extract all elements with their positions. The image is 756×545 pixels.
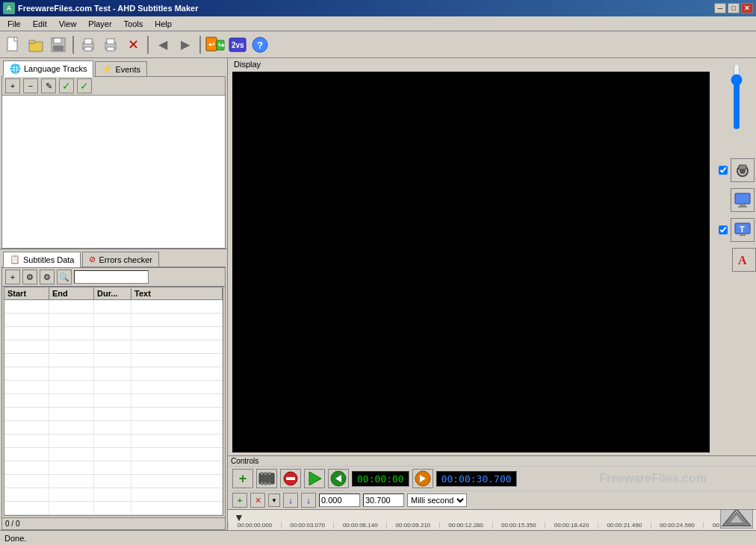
sub-add-button[interactable]: + (5, 270, 20, 284)
lang-add-button[interactable]: + (5, 78, 20, 93)
table-row[interactable] (4, 408, 223, 421)
lang-check2-button[interactable]: ✓ (77, 78, 92, 93)
volume-slider[interactable] (729, 63, 744, 130)
table-row[interactable] (4, 314, 223, 327)
svg-rect-34 (261, 482, 263, 485)
video-display (232, 72, 710, 452)
table-row[interactable] (4, 421, 223, 435)
menu-edit[interactable]: Edit (27, 18, 53, 30)
table-row[interactable] (4, 448, 223, 461)
menu-tools[interactable]: Tools (118, 18, 149, 30)
table-body (4, 300, 223, 515)
close-button[interactable]: ✕ (741, 3, 753, 13)
menu-player[interactable]: Player (82, 18, 117, 30)
menu-help[interactable]: Help (149, 18, 178, 30)
sub-gear-button[interactable]: ⚙ (22, 270, 37, 284)
table-row[interactable] (4, 488, 223, 502)
status-text: Done. (4, 534, 26, 543)
lang-edit-button[interactable]: ✎ (41, 78, 56, 93)
text-checkbox[interactable] (719, 225, 728, 234)
unit-select[interactable]: Milli second Frame Second (407, 493, 467, 507)
down-arrow-btn-1[interactable]: ↓ (283, 493, 298, 508)
start-time-input[interactable] (319, 493, 360, 507)
minimize-button[interactable]: ─ (714, 3, 726, 13)
table-row[interactable] (4, 461, 223, 475)
end-time-input[interactable] (363, 493, 404, 507)
stop-button[interactable] (280, 469, 301, 488)
table-row[interactable] (4, 435, 223, 448)
lang-check-button[interactable]: ✓ (59, 78, 74, 93)
language-tracks-panel: + − ✎ ✓ ✓ (1, 76, 226, 249)
col-end: End (49, 287, 94, 299)
table-row[interactable] (4, 381, 223, 394)
sub-add-ctrl-button[interactable]: + (232, 493, 247, 508)
svg-rect-2 (29, 40, 35, 43)
svg-rect-33 (268, 472, 270, 475)
monitor-button[interactable] (731, 188, 755, 212)
svg-rect-22 (739, 165, 746, 169)
fast-forward-button[interactable] (412, 469, 433, 488)
rewind-button[interactable] (328, 469, 349, 488)
svg-rect-8 (84, 47, 92, 51)
record-button[interactable]: 2vs (227, 34, 248, 55)
print-button[interactable] (78, 34, 99, 55)
add-frame-button[interactable]: + (232, 469, 253, 488)
back-button[interactable]: ◀ (152, 34, 173, 55)
timeline-bar[interactable]: ▼ 00:00:00.000 00:00:03.070 00:00:06.140… (228, 509, 756, 530)
svg-rect-5 (53, 46, 63, 51)
tab-language-tracks[interactable]: 🌐 Language Tracks (3, 60, 93, 77)
new-button[interactable] (3, 34, 24, 55)
text-control-row: T (719, 218, 755, 242)
film-button[interactable] (256, 469, 277, 488)
svg-rect-28 (740, 234, 746, 236)
menu-file[interactable]: File (1, 18, 27, 30)
svg-marker-39 (309, 472, 321, 485)
import-button[interactable]: ↩ ↪ (205, 34, 226, 55)
svg-text:?: ? (257, 40, 263, 51)
save-button[interactable] (48, 34, 69, 55)
sub-delete-ctrl-button[interactable]: ✕ (250, 493, 265, 508)
down-arrow-btn-2[interactable]: ↓ (301, 493, 316, 508)
tab-events[interactable]: ⚡ Events (95, 61, 147, 76)
table-row[interactable] (4, 340, 223, 354)
text-overlay-button[interactable]: T (731, 218, 755, 242)
table-row[interactable] (4, 394, 223, 408)
open-button[interactable] (25, 34, 46, 55)
events-tab-label: Events (115, 65, 140, 74)
table-row[interactable] (4, 475, 223, 488)
svg-rect-24 (740, 204, 746, 206)
timeline-tick-5: 00:00:15.350 (492, 522, 545, 529)
play-button[interactable] (304, 469, 325, 488)
sub-gear2-button[interactable]: ⚙ (40, 270, 55, 284)
language-toolbar: + − ✎ ✓ ✓ (2, 77, 225, 96)
lang-delete-button[interactable]: − (23, 78, 38, 93)
forward-button[interactable]: ▶ (175, 34, 196, 55)
delete-button[interactable]: ✕ (123, 34, 143, 55)
dropdown-button-1[interactable]: ▼ (268, 493, 280, 507)
font-button[interactable]: A (732, 248, 756, 272)
print2-button[interactable] (100, 34, 121, 55)
subtitles-count: 0 / 0 (2, 517, 225, 529)
camera-button[interactable] (731, 158, 755, 182)
tab-subtitles-data[interactable]: 📋 Subtitles Data (3, 252, 81, 267)
main-layout: 🌐 Language Tracks ⚡ Events + − ✎ ✓ ✓ (0, 58, 756, 530)
toolbar-separator-1 (72, 36, 74, 54)
tab-errors-checker[interactable]: ⊘ Errors checker (82, 252, 159, 267)
table-row[interactable] (4, 367, 223, 381)
restore-button[interactable]: □ (728, 3, 740, 13)
svg-rect-10 (107, 39, 114, 44)
help-button[interactable]: ? (250, 34, 270, 55)
sub-search-button[interactable]: 🔍 (57, 270, 72, 284)
table-row[interactable] (4, 502, 223, 515)
col-text: Text (131, 287, 223, 299)
table-row[interactable] (4, 300, 223, 314)
search-input[interactable] (74, 270, 149, 284)
table-row[interactable] (4, 327, 223, 340)
timeline-tick-4: 00:00:12.280 (439, 522, 492, 529)
language-tracks-content (2, 96, 225, 248)
menu-view[interactable]: View (53, 18, 83, 30)
current-time-display: 00:00:00 (352, 471, 409, 487)
camera-checkbox[interactable] (719, 166, 728, 175)
toolbar-separator-2 (147, 36, 149, 54)
table-row[interactable] (4, 354, 223, 367)
